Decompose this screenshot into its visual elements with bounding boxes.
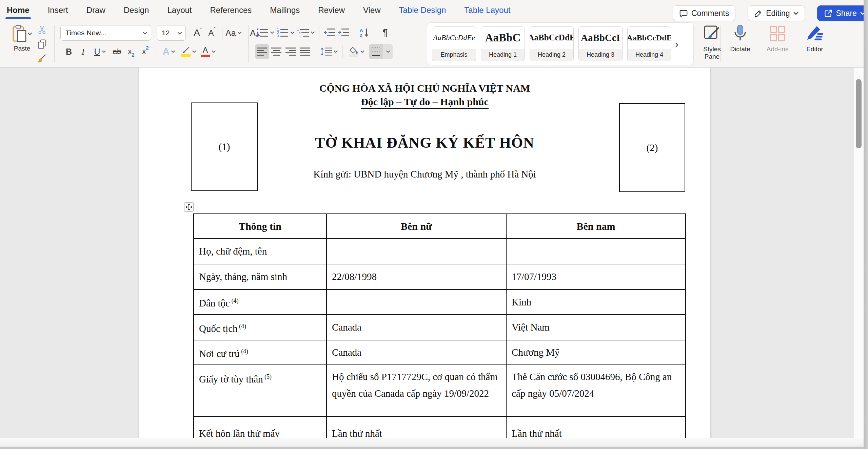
- dictate-button[interactable]: Dictate: [724, 24, 756, 53]
- strikethrough-button[interactable]: ab: [110, 44, 124, 59]
- addins-grid-icon: [769, 25, 786, 42]
- scrollbar-thumb[interactable]: [856, 79, 862, 148]
- paste-button[interactable]: Paste: [7, 24, 37, 64]
- align-right-button[interactable]: [283, 44, 298, 59]
- divider: [245, 27, 245, 39]
- style-card-heading-3[interactable]: AaBbCcIHeading 3: [578, 26, 623, 61]
- grow-font-button[interactable]: Aˆ: [191, 25, 205, 40]
- value-cell-groom[interactable]: Thẻ Căn cước số 03004696, Bộ Công an cấp…: [506, 365, 686, 416]
- field-label-cell[interactable]: Quốc tịch (4): [194, 315, 327, 340]
- field-label-cell[interactable]: Giấy tờ tùy thân (5): [194, 365, 327, 416]
- justify-button[interactable]: [298, 44, 312, 59]
- copy-button[interactable]: [35, 38, 50, 50]
- font-color-button[interactable]: A: [198, 44, 218, 59]
- numbered-list-button[interactable]: 1 2 3: [275, 25, 296, 40]
- value-cell-groom[interactable]: Việt Nam: [506, 315, 686, 340]
- subscript-button[interactable]: x2: [124, 44, 138, 59]
- document-canvas[interactable]: CỘNG HÒA XÃ HỘI CHỦ NGHĨA VIỆT NAM Độc l…: [0, 68, 854, 438]
- field-label-cell[interactable]: Kết hôn lần thứ mấy: [194, 416, 327, 438]
- multilevel-list-button[interactable]: 1 a i: [296, 25, 316, 40]
- bold-button[interactable]: B: [62, 44, 76, 59]
- tab-layout[interactable]: Layout: [167, 0, 192, 20]
- text-effects-button[interactable]: A: [159, 44, 179, 59]
- editing-mode-button[interactable]: Editing: [748, 5, 805, 21]
- tab-mailings[interactable]: Mailings: [270, 0, 300, 20]
- align-center-icon: [271, 47, 282, 56]
- tab-draw[interactable]: Draw: [86, 0, 105, 20]
- field-label-cell[interactable]: Ngày, tháng, năm sinh: [194, 264, 327, 289]
- column-header[interactable]: Thông tin: [194, 214, 327, 239]
- document-page[interactable]: CỘNG HÒA XÃ HỘI CHỦ NGHĨA VIỆT NAM Độc l…: [139, 68, 710, 438]
- tab-insert[interactable]: Insert: [48, 0, 68, 20]
- field-label-cell[interactable]: Họ, chữ đệm, tên: [194, 239, 327, 264]
- tab-home[interactable]: Home: [7, 0, 29, 20]
- bullet-list-button[interactable]: [255, 25, 275, 40]
- show-paragraph-marks-button[interactable]: ¶: [378, 25, 392, 40]
- value-cell-groom[interactable]: 17/07/1993: [506, 264, 686, 289]
- tab-view[interactable]: View: [363, 0, 381, 20]
- editor-button[interactable]: Editor: [799, 24, 831, 53]
- change-case-button[interactable]: Aa: [225, 25, 242, 40]
- svg-text:a: a: [299, 31, 300, 35]
- value-cell-groom[interactable]: Chương Mỹ: [506, 340, 686, 365]
- align-left-button[interactable]: [255, 44, 269, 59]
- format-painter-button[interactable]: [35, 52, 50, 64]
- value-cell-bride[interactable]: 22/08/1998: [327, 264, 506, 289]
- borders-dropdown[interactable]: [383, 44, 393, 59]
- tab-table-layout[interactable]: Table Layout: [464, 0, 510, 20]
- tab-review[interactable]: Review: [318, 0, 345, 20]
- field-label-cell[interactable]: Dân tộc (4): [194, 289, 327, 315]
- tab-label: References: [210, 5, 252, 15]
- sort-button[interactable]: A Z: [357, 25, 372, 40]
- style-sample: AaBbC: [481, 27, 525, 49]
- gallery-expand-icon[interactable]: ›: [675, 38, 678, 50]
- national-header-line1[interactable]: CỘNG HÒA XÃ HỘI CHỦ NGHĨA VIỆT NAM: [139, 82, 710, 94]
- value-cell-bride[interactable]: [327, 289, 506, 315]
- chevron-down-icon: [27, 32, 32, 35]
- superscript-button[interactable]: x2: [138, 44, 153, 59]
- recipient-line[interactable]: Kính gửi: UBND huyện Chương Mỹ , thành p…: [139, 169, 710, 180]
- increase-indent-button[interactable]: [337, 25, 351, 40]
- font-name-select[interactable]: Times New...: [60, 25, 151, 41]
- style-card-emphasis[interactable]: AaBbCcDdEeEmphasis: [432, 26, 476, 61]
- value-cell-bride[interactable]: Canada: [327, 340, 506, 365]
- value-cell-groom[interactable]: [506, 239, 686, 264]
- line-spacing-button[interactable]: [318, 44, 339, 59]
- tab-design[interactable]: Design: [124, 0, 149, 20]
- align-center-button[interactable]: [269, 44, 283, 59]
- column-header[interactable]: Bên nữ: [327, 214, 506, 239]
- tab-references[interactable]: References: [210, 0, 252, 20]
- style-card-heading-2[interactable]: AaBbCcDdEHeading 2: [530, 26, 574, 61]
- chevron-down-icon: [237, 32, 242, 34]
- borders-button[interactable]: [369, 44, 383, 59]
- shrink-font-button[interactable]: Aˇ: [205, 25, 219, 40]
- field-label-cell[interactable]: Nơi cư trú (4): [194, 340, 327, 365]
- share-button[interactable]: Share: [817, 5, 868, 21]
- tab-table-design[interactable]: Table Design: [399, 0, 446, 20]
- value-cell-bride[interactable]: Canada: [327, 315, 506, 340]
- italic-button[interactable]: I: [76, 44, 90, 59]
- style-card-heading-1[interactable]: AaBbCHeading 1: [481, 26, 525, 61]
- cut-button[interactable]: [35, 24, 50, 36]
- value-cell-groom[interactable]: Lần thứ nhất: [506, 416, 686, 438]
- comments-button[interactable]: Comments: [673, 5, 735, 21]
- column-header[interactable]: Bên nam: [506, 214, 686, 239]
- editor-label: Editor: [799, 45, 831, 53]
- vertical-scrollbar[interactable]: [854, 68, 864, 438]
- borders-split-button[interactable]: [369, 44, 393, 59]
- decrease-indent-button[interactable]: [322, 25, 337, 40]
- chevron-down-icon: [386, 50, 390, 53]
- styles-pane-button[interactable]: Styles Pane: [696, 24, 728, 60]
- font-size-select[interactable]: 12: [157, 25, 186, 41]
- value-cell-bride[interactable]: Hộ chiếu số P1717729C, cơ quan có thẩm q…: [327, 365, 506, 416]
- highlight-color-button[interactable]: [179, 44, 198, 59]
- style-card-heading-4[interactable]: AaBbCcDdEHeading 4: [627, 26, 671, 61]
- value-cell-groom[interactable]: Kinh: [506, 289, 686, 315]
- value-cell-bride[interactable]: Lần thứ nhất: [327, 416, 506, 438]
- shading-button[interactable]: [346, 44, 367, 59]
- table-move-handle[interactable]: [184, 202, 194, 212]
- underline-button[interactable]: U: [90, 44, 110, 59]
- divider: [375, 26, 375, 39]
- document-title[interactable]: TỜ KHAI ĐĂNG KÝ KẾT HÔN: [139, 134, 710, 151]
- value-cell-bride[interactable]: [327, 239, 506, 264]
